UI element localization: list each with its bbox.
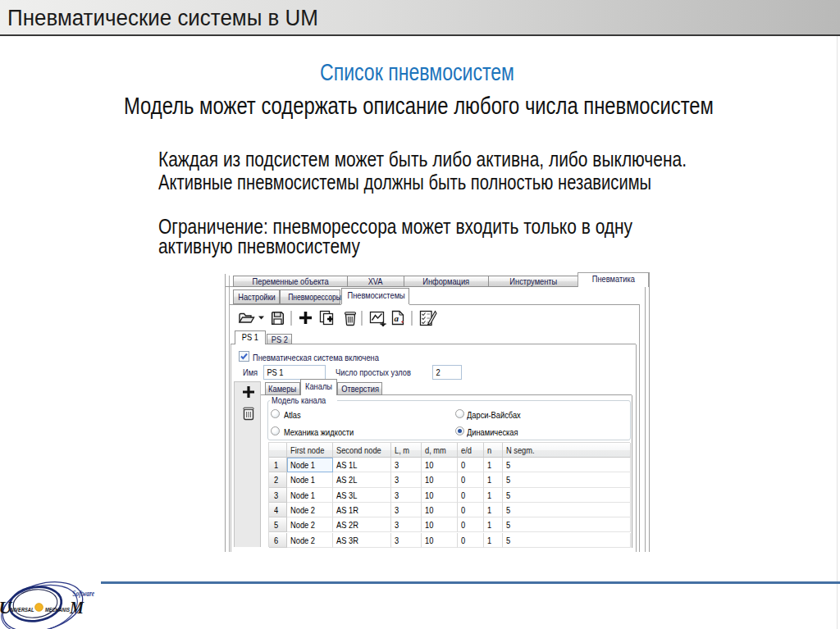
svg-text:a: a xyxy=(395,313,399,323)
svg-text:MECHANIS: MECHANIS xyxy=(45,606,70,613)
svg-text:NIVERSAL: NIVERSAL xyxy=(11,606,34,613)
svg-text:Software: Software xyxy=(73,589,95,598)
svg-text:M: M xyxy=(69,597,84,618)
